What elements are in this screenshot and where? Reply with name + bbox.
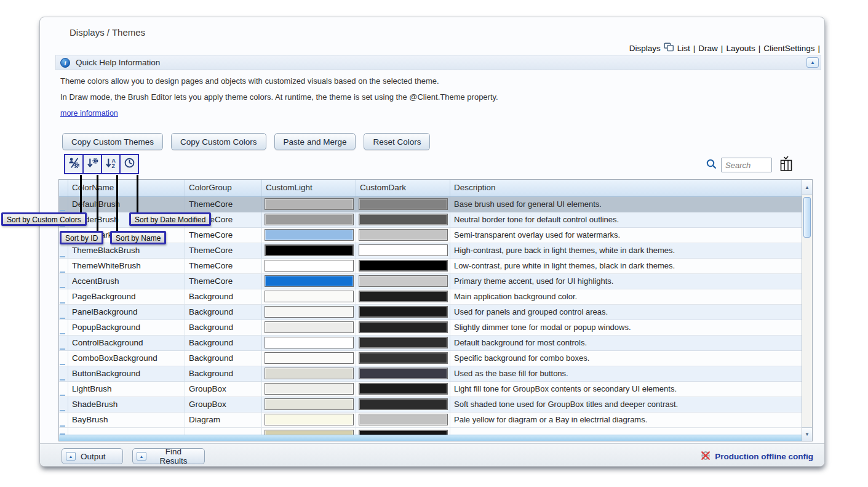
table-row-PageBackground[interactable]: PageBackgroundBackgroundMain application… bbox=[59, 289, 803, 305]
customlight-cell-swatch[interactable] bbox=[265, 337, 354, 348]
customdark-cell-swatch[interactable] bbox=[359, 321, 448, 333]
copy-custom-colors-button[interactable]: Copy Custom Colors bbox=[171, 133, 266, 150]
table-row-DefaultBrush[interactable]: DefaultBrushThemeCoreBase brush used for… bbox=[59, 197, 803, 212]
customlight-cell-swatch[interactable] bbox=[265, 260, 354, 272]
customlight-cell-swatch[interactable] bbox=[265, 229, 354, 241]
customdark-cell-swatch[interactable] bbox=[359, 337, 448, 348]
table-row-AccentBrush[interactable]: AccentBrushThemeCorePrimary theme accent… bbox=[59, 274, 803, 289]
table-row-PanelBackground[interactable]: PanelBackgroundBackgroundUsed for panels… bbox=[59, 305, 803, 320]
customlight-cell bbox=[262, 243, 356, 259]
table-row-PopupBackground[interactable]: PopupBackgroundBackgroundSlightly dimmer… bbox=[59, 320, 803, 336]
colorname-cell: ShadeBrush bbox=[68, 397, 185, 413]
customlight-cell-swatch[interactable] bbox=[265, 244, 354, 256]
customdark-cell bbox=[356, 243, 450, 259]
customdark-cell-swatch[interactable] bbox=[359, 244, 448, 256]
customlight-cell bbox=[262, 336, 356, 351]
more-information-link[interactable]: more information bbox=[60, 109, 118, 118]
sort-by-custom-colors-button[interactable] bbox=[64, 154, 84, 174]
customdark-cell-swatch[interactable] bbox=[359, 229, 448, 241]
quick-help-collapse-button[interactable]: ▲ bbox=[806, 57, 819, 68]
callout-sort-by-id: Sort by ID bbox=[60, 231, 103, 244]
column-chooser-icon[interactable] bbox=[779, 156, 794, 174]
customlight-cell-swatch[interactable] bbox=[265, 352, 354, 364]
column-header-customdark[interactable]: CustomDark bbox=[356, 180, 450, 196]
nav-link-list[interactable]: List bbox=[677, 44, 690, 53]
customdark-cell-swatch[interactable] bbox=[359, 414, 448, 425]
horizontal-scrollbar[interactable] bbox=[59, 435, 802, 441]
reset-colors-button[interactable]: Reset Colors bbox=[364, 133, 430, 150]
vertical-scrollbar-thumb[interactable] bbox=[803, 197, 811, 238]
customdark-cell-swatch[interactable] bbox=[359, 260, 448, 272]
customdark-cell-swatch[interactable] bbox=[359, 275, 448, 287]
customlight-cell bbox=[262, 305, 356, 320]
column-header-description[interactable]: Description bbox=[450, 180, 803, 196]
paste-and-merge-button[interactable]: Paste and Merge bbox=[274, 133, 356, 150]
column-header-customlight[interactable]: CustomLight bbox=[262, 180, 356, 196]
sort-by-date-modified-button[interactable] bbox=[119, 154, 139, 174]
colorname-cell: ButtonBackground bbox=[68, 366, 185, 382]
copy-custom-themes-button[interactable]: Copy Custom Themes bbox=[62, 133, 163, 150]
output-panel-button[interactable]: ▲ Output bbox=[62, 448, 123, 464]
customlight-cell-swatch[interactable] bbox=[265, 275, 354, 287]
column-header-colorgroup[interactable]: ColorGroup bbox=[185, 180, 262, 196]
search-input[interactable] bbox=[721, 158, 772, 172]
row-gutter bbox=[59, 259, 68, 274]
customlight-cell-swatch[interactable] bbox=[265, 306, 354, 318]
customlight-cell-swatch[interactable] bbox=[265, 398, 354, 410]
customdark-cell bbox=[356, 413, 450, 428]
table-row-BayBrush[interactable]: BayBrushDiagramPale yellow for diagram o… bbox=[59, 413, 803, 428]
description-cell: Used as the base fill for buttons. bbox=[450, 366, 803, 382]
scroll-up-button[interactable]: ▲ bbox=[802, 180, 812, 195]
column-header-colorname[interactable]: ColorName bbox=[68, 180, 185, 196]
customlight-cell bbox=[262, 382, 356, 397]
description-cell: High-contrast, pure back in light themes… bbox=[450, 243, 803, 259]
callout-sort-by-date-modified: Sort by Date Modified bbox=[129, 212, 211, 226]
scroll-down-button[interactable]: ▼ bbox=[802, 427, 812, 441]
find-results-panel-button[interactable]: ▲ Find Results bbox=[132, 448, 205, 464]
colorgroup-cell: Diagram bbox=[185, 413, 262, 428]
customlight-cell-swatch[interactable] bbox=[265, 198, 354, 210]
row-gutter bbox=[59, 336, 68, 351]
customdark-cell bbox=[356, 259, 450, 274]
table-row-ButtonBackground[interactable]: ButtonBackgroundBackgroundUsed as the ba… bbox=[59, 366, 803, 382]
customdark-cell-swatch[interactable] bbox=[359, 368, 448, 379]
expand-up-icon: ▲ bbox=[66, 452, 76, 461]
customdark-cell-swatch[interactable] bbox=[359, 398, 448, 410]
customdark-cell-swatch[interactable] bbox=[359, 352, 448, 364]
customlight-cell-swatch[interactable] bbox=[265, 214, 354, 225]
sort-by-name-button[interactable]: A Z bbox=[101, 154, 121, 174]
table-row-WatermarkBrush[interactable]: WatermarkBrushThemeCoreSemi-transparent … bbox=[59, 228, 803, 243]
customdark-cell-swatch[interactable] bbox=[359, 214, 448, 225]
table-row-ThemeWhiteBrush[interactable]: ThemeWhiteBrushThemeCoreLow-contrast, pu… bbox=[59, 259, 803, 274]
customdark-cell-swatch[interactable] bbox=[359, 291, 448, 302]
table-row-ControlBackground[interactable]: ControlBackgroundBackgroundDefault backg… bbox=[59, 336, 803, 351]
table-row-ThemeBlackBrush[interactable]: ThemeBlackBrushThemeCoreHigh-contrast, p… bbox=[59, 243, 803, 259]
customdark-cell-swatch[interactable] bbox=[359, 383, 448, 395]
description-cell: Base brush used for general UI elements. bbox=[450, 197, 803, 212]
nav-separator: | bbox=[693, 44, 696, 53]
nav-link-layouts[interactable]: Layouts bbox=[726, 44, 755, 53]
colorname-cell: ThemeBlackBrush bbox=[68, 243, 185, 259]
connection-status: Production offline config bbox=[700, 450, 813, 463]
callout-line-custom-colors bbox=[80, 175, 82, 213]
nav-link-draw[interactable]: Draw bbox=[698, 44, 718, 53]
customdark-cell-swatch[interactable] bbox=[359, 306, 448, 318]
vertical-scrollbar[interactable]: ▲ ▼ bbox=[802, 180, 812, 441]
table-row-LightBrush[interactable]: LightBrushGroupBoxLight fill tone for Gr… bbox=[59, 382, 803, 397]
customdark-cell bbox=[356, 320, 450, 336]
quick-help-title: Quick Help Information bbox=[76, 58, 160, 67]
customlight-cell-swatch[interactable] bbox=[265, 321, 354, 333]
sort-by-id-button[interactable] bbox=[82, 154, 102, 174]
nav-link-clientsettings[interactable]: ClientSettings bbox=[763, 44, 814, 53]
customlight-cell-swatch[interactable] bbox=[265, 368, 354, 379]
customlight-cell-swatch[interactable] bbox=[265, 414, 354, 425]
customdark-cell-swatch[interactable] bbox=[359, 198, 448, 210]
customlight-cell-swatch[interactable] bbox=[265, 383, 354, 395]
table-row-ComboBoxBackground[interactable]: ComboBoxBackgroundBackgroundSpecific bac… bbox=[59, 351, 803, 366]
customlight-cell-swatch[interactable] bbox=[265, 291, 354, 302]
find-results-label: Find Results bbox=[151, 447, 196, 465]
quick-help-line-1: Theme colors allow you to design pages a… bbox=[60, 76, 439, 86]
customlight-cell bbox=[262, 197, 356, 212]
table-row-ShadeBrush[interactable]: ShadeBrushGroupBoxSoft shaded tone used … bbox=[59, 397, 803, 413]
gutter-header bbox=[59, 180, 68, 196]
